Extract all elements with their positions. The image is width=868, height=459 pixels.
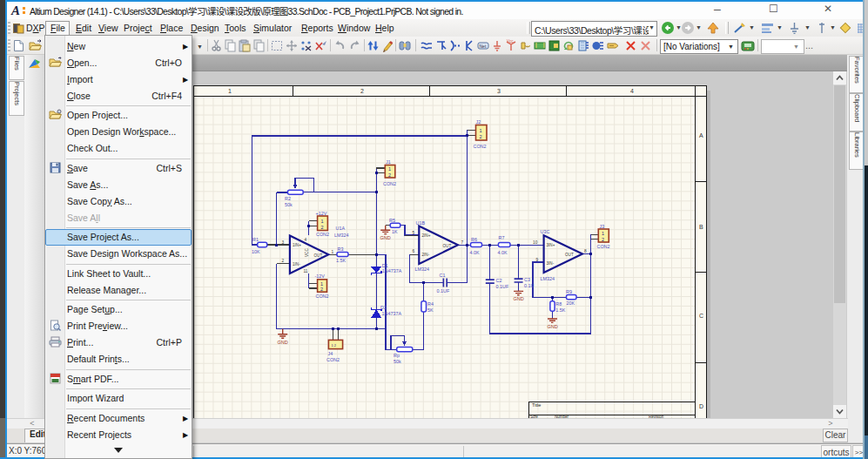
svg-text:1: 1 <box>602 231 604 236</box>
svg-text:4: 4 <box>305 238 307 242</box>
svg-text:1.5K: 1.5K <box>555 307 565 313</box>
svg-text:2: 2 <box>360 88 364 94</box>
svg-text:10K: 10K <box>252 249 260 254</box>
svg-text:C: C <box>699 313 703 319</box>
svg-text:R4: R4 <box>427 301 434 307</box>
svg-text:2: 2 <box>602 237 604 242</box>
svg-text:2IN+: 2IN+ <box>422 233 431 238</box>
svg-text:J3: J3 <box>600 224 605 229</box>
svg-text:D1: D1 <box>382 263 388 268</box>
svg-text:C2: C2 <box>496 278 502 283</box>
svg-text:1: 1 <box>388 166 391 172</box>
svg-text:GND: GND <box>514 296 524 301</box>
svg-text:50k: 50k <box>285 202 293 207</box>
svg-text:3IN+: 3IN+ <box>547 243 555 247</box>
svg-text:R9: R9 <box>566 289 572 294</box>
svg-text:2: 2 <box>480 134 482 139</box>
svg-text:1: 1 <box>228 88 232 94</box>
svg-text:GND: GND <box>548 324 558 329</box>
svg-text:4.0K: 4.0K <box>498 250 508 255</box>
svg-text:1: 1 <box>332 250 334 254</box>
svg-text:R7: R7 <box>499 235 505 240</box>
svg-text:1IN-: 1IN- <box>293 262 300 267</box>
svg-text:J4: J4 <box>328 351 333 356</box>
svg-text:R8: R8 <box>555 301 562 307</box>
svg-text:CON2: CON2 <box>316 294 329 299</box>
svg-text:LM324: LM324 <box>415 267 429 272</box>
svg-text:2: 2 <box>321 225 324 230</box>
svg-text:CON2: CON2 <box>474 144 487 149</box>
svg-text:B: B <box>699 224 703 230</box>
svg-text:7: 7 <box>461 240 464 245</box>
svg-text:1IN+: 1IN+ <box>293 243 301 247</box>
svg-text:Net: Net <box>480 44 487 49</box>
svg-text:C1: C1 <box>440 273 446 278</box>
svg-text:2: 2 <box>388 172 391 178</box>
svg-text:0.1U: 0.1U <box>524 283 534 288</box>
svg-text:U1A: U1A <box>336 226 346 231</box>
svg-text:5: 5 <box>413 231 415 235</box>
svg-text:Rp: Rp <box>394 353 400 358</box>
svg-text:GND: GND <box>380 235 391 240</box>
svg-text:GND: GND <box>278 340 288 345</box>
svg-text:C3: C3 <box>524 277 530 282</box>
svg-text:1K: 1K <box>392 229 398 234</box>
svg-text:Title: Title <box>532 402 541 408</box>
svg-text:Vcc: Vcc <box>507 39 514 44</box>
svg-text:4.0K: 4.0K <box>470 250 480 255</box>
svg-text:R2: R2 <box>285 196 291 201</box>
svg-text:LM324: LM324 <box>541 276 555 281</box>
svg-text:10: 10 <box>533 240 538 245</box>
svg-text:1 2: 1 2 <box>332 343 337 348</box>
svg-text:CON2: CON2 <box>383 181 396 186</box>
svg-text:11: 11 <box>304 269 308 273</box>
svg-text:-12V: -12V <box>315 273 326 279</box>
svg-text:R5: R5 <box>389 218 395 223</box>
svg-text:1: 1 <box>320 281 323 287</box>
svg-text:9: 9 <box>536 258 539 262</box>
svg-text:2: 2 <box>320 287 323 292</box>
svg-text:LM324: LM324 <box>334 233 348 238</box>
svg-text:3IN-: 3IN- <box>547 261 555 266</box>
svg-text:2: 2 <box>282 259 285 263</box>
svg-text:CON2: CON2 <box>316 232 329 237</box>
svg-text:0.1UF: 0.1UF <box>437 288 450 294</box>
svg-text:8: 8 <box>584 249 587 253</box>
svg-text:1: 1 <box>321 219 324 224</box>
svg-text:1.5K: 1.5K <box>336 258 346 263</box>
svg-text:5K: 5K <box>427 307 434 313</box>
svg-text:OUT: OUT <box>565 253 574 257</box>
svg-text:3: 3 <box>497 88 501 94</box>
svg-text:U1B: U1B <box>416 220 426 226</box>
svg-text:CON2: CON2 <box>326 357 340 362</box>
svg-text:0.1UF: 0.1UF <box>496 284 509 289</box>
svg-text:3: 3 <box>282 240 285 245</box>
svg-text:D: D <box>699 403 703 409</box>
svg-text:OUT: OUT <box>443 244 452 248</box>
svg-text:CON2: CON2 <box>597 244 610 249</box>
svg-text:4: 4 <box>630 88 634 94</box>
svg-text:1N4737A: 1N4737A <box>382 268 402 273</box>
svg-text:R6: R6 <box>471 237 477 242</box>
svg-text:1: 1 <box>480 128 482 133</box>
svg-text:D2: D2 <box>380 305 387 310</box>
svg-text:20K: 20K <box>567 300 575 306</box>
svg-text:A: A <box>699 132 703 138</box>
svg-text:6: 6 <box>413 249 415 253</box>
svg-text:R3: R3 <box>338 246 344 252</box>
svg-text:+12V: +12V <box>316 211 327 216</box>
svg-text:J1: J1 <box>386 159 391 165</box>
svg-text:R1: R1 <box>252 237 259 242</box>
svg-text:U3C: U3C <box>541 229 550 234</box>
svg-text:OUT: OUT <box>314 253 323 258</box>
svg-text:1N4737A: 1N4737A <box>382 311 402 316</box>
svg-text:50k: 50k <box>394 359 401 364</box>
svg-text:2IN-: 2IN- <box>422 253 430 257</box>
svg-text:VCC: VCC <box>305 248 309 257</box>
svg-text:J2: J2 <box>476 119 481 125</box>
